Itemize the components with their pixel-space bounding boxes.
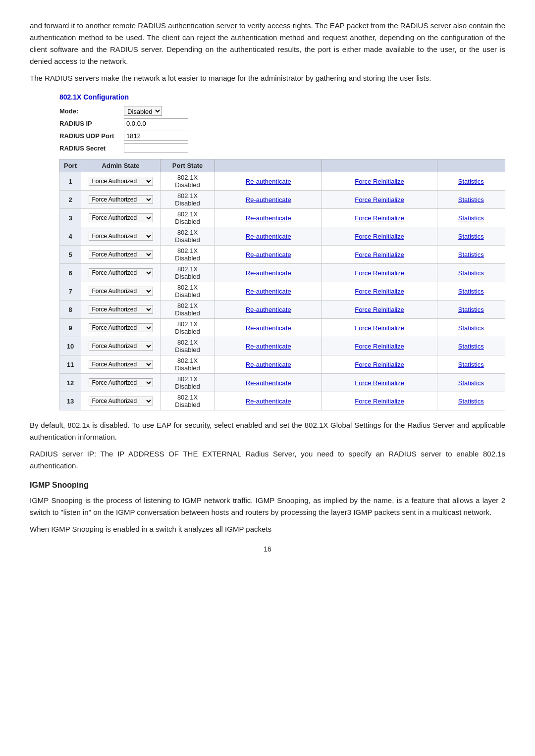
reinitialize-link[interactable]: Force Reinitialize <box>355 178 404 185</box>
statistics-link-cell: Statistics <box>437 191 505 209</box>
statistics-link[interactable]: Statistics <box>458 269 484 277</box>
statistics-link-cell: Statistics <box>437 172 505 191</box>
reinitialize-link-cell: Force Reinitialize <box>322 301 437 319</box>
admin-state-select[interactable]: Force Authorized <box>89 268 153 277</box>
col-header-portstate: Port State <box>160 159 215 172</box>
radius-ip-input[interactable] <box>124 118 188 128</box>
table-row: 9Force Authorized802.1X DisabledRe-authe… <box>60 319 505 337</box>
reauthenticate-link[interactable]: Re-authenticate <box>246 214 291 222</box>
radius-udp-input[interactable] <box>124 131 188 141</box>
table-row: 13Force Authorized802.1X DisabledRe-auth… <box>60 392 505 410</box>
reinitialize-link-cell: Force Reinitialize <box>322 172 437 191</box>
port-state-cell: 802.1X Disabled <box>160 355 215 374</box>
reinitialize-link-cell: Force Reinitialize <box>322 319 437 337</box>
admin-state-cell: Force Authorized <box>81 392 160 410</box>
table-row: 5Force Authorized802.1X DisabledRe-authe… <box>60 246 505 264</box>
statistics-link[interactable]: Statistics <box>458 214 484 222</box>
port-number: 4 <box>60 227 81 246</box>
admin-state-cell: Force Authorized <box>81 191 160 209</box>
admin-state-select[interactable]: Force Authorized <box>89 305 153 314</box>
mode-row: Mode: Disabled Enabled <box>59 106 505 116</box>
port-state-cell: 802.1X Disabled <box>160 246 215 264</box>
table-row: 10Force Authorized802.1X DisabledRe-auth… <box>60 337 505 355</box>
admin-state-select[interactable]: Force Authorized <box>89 177 153 186</box>
igmp-paragraph-1: IGMP Snooping is the process of listenin… <box>30 495 505 518</box>
reauthenticate-link[interactable]: Re-authenticate <box>246 306 291 313</box>
reauthenticate-link[interactable]: Re-authenticate <box>246 343 291 350</box>
reinitialize-link[interactable]: Force Reinitialize <box>355 343 404 350</box>
port-number: 8 <box>60 301 81 319</box>
statistics-link-cell: Statistics <box>437 209 505 227</box>
admin-state-select[interactable]: Force Authorized <box>89 360 153 369</box>
admin-state-select[interactable]: Force Authorized <box>89 378 153 387</box>
reinitialize-link[interactable]: Force Reinitialize <box>355 233 404 240</box>
admin-state-cell: Force Authorized <box>81 337 160 355</box>
reinitialize-link[interactable]: Force Reinitialize <box>355 288 404 295</box>
statistics-link-cell: Statistics <box>437 374 505 392</box>
reauthenticate-link[interactable]: Re-authenticate <box>246 233 291 240</box>
reauthenticate-link[interactable]: Re-authenticate <box>246 379 291 387</box>
reinitialize-link[interactable]: Force Reinitialize <box>355 324 404 332</box>
port-state-cell: 802.1X Disabled <box>160 227 215 246</box>
statistics-link[interactable]: Statistics <box>458 196 484 203</box>
reauthenticate-link[interactable]: Re-authenticate <box>246 178 291 185</box>
statistics-link[interactable]: Statistics <box>458 324 484 332</box>
admin-state-select[interactable]: Force Authorized <box>89 342 153 351</box>
reinitialize-link[interactable]: Force Reinitialize <box>355 269 404 277</box>
config-block: 802.1X Configuration Mode: Disabled Enab… <box>59 93 505 410</box>
radius-secret-input[interactable] <box>124 143 188 153</box>
reauthenticate-link[interactable]: Re-authenticate <box>246 251 291 258</box>
col-header-port: Port <box>60 159 81 172</box>
admin-state-select[interactable]: Force Authorized <box>89 213 153 222</box>
mode-select[interactable]: Disabled Enabled <box>124 106 162 116</box>
admin-state-select[interactable]: Force Authorized <box>89 232 153 241</box>
statistics-link[interactable]: Statistics <box>458 251 484 258</box>
statistics-link[interactable]: Statistics <box>458 178 484 185</box>
statistics-link[interactable]: Statistics <box>458 288 484 295</box>
statistics-link[interactable]: Statistics <box>458 343 484 350</box>
admin-state-cell: Force Authorized <box>81 374 160 392</box>
statistics-link[interactable]: Statistics <box>458 379 484 387</box>
admin-state-select[interactable]: Force Authorized <box>89 287 153 296</box>
reauthenticate-link[interactable]: Re-authenticate <box>246 361 291 368</box>
statistics-link[interactable]: Statistics <box>458 233 484 240</box>
reinitialize-link[interactable]: Force Reinitialize <box>355 398 404 405</box>
reauthenticate-link[interactable]: Re-authenticate <box>246 398 291 405</box>
reinitialize-link[interactable]: Force Reinitialize <box>355 361 404 368</box>
admin-state-select[interactable]: Force Authorized <box>89 195 153 204</box>
reinitialize-link[interactable]: Force Reinitialize <box>355 306 404 313</box>
reauthenticate-link[interactable]: Re-authenticate <box>246 196 291 203</box>
port-table: Port Admin State Port State 1Force Autho… <box>59 159 505 410</box>
page-number: 16 <box>30 545 505 553</box>
reauthenticate-link[interactable]: Re-authenticate <box>246 288 291 295</box>
statistics-link[interactable]: Statistics <box>458 398 484 405</box>
reinitialize-link[interactable]: Force Reinitialize <box>355 379 404 387</box>
col-header-admin: Admin State <box>81 159 160 172</box>
radius-ip-label: RADIUS IP <box>59 120 124 127</box>
port-number: 2 <box>60 191 81 209</box>
port-state-cell: 802.1X Disabled <box>160 264 215 282</box>
reauthenticate-link-cell: Re-authenticate <box>215 227 322 246</box>
reinitialize-link[interactable]: Force Reinitialize <box>355 196 404 203</box>
radius-udp-label: RADIUS UDP Port <box>59 132 124 140</box>
admin-state-cell: Force Authorized <box>81 355 160 374</box>
statistics-link-cell: Statistics <box>437 227 505 246</box>
admin-state-cell: Force Authorized <box>81 227 160 246</box>
reinitialize-link[interactable]: Force Reinitialize <box>355 214 404 222</box>
admin-state-select[interactable]: Force Authorized <box>89 250 153 259</box>
reauthenticate-link[interactable]: Re-authenticate <box>246 269 291 277</box>
admin-state-select[interactable]: Force Authorized <box>89 397 153 405</box>
table-row: 3Force Authorized802.1X DisabledRe-authe… <box>60 209 505 227</box>
table-row: 8Force Authorized802.1X DisabledRe-authe… <box>60 301 505 319</box>
statistics-link[interactable]: Statistics <box>458 361 484 368</box>
admin-state-select[interactable]: Force Authorized <box>89 323 153 332</box>
admin-state-cell: Force Authorized <box>81 246 160 264</box>
port-state-cell: 802.1X Disabled <box>160 282 215 301</box>
reinitialize-link-cell: Force Reinitialize <box>322 374 437 392</box>
statistics-link[interactable]: Statistics <box>458 306 484 313</box>
table-row: 2Force Authorized802.1X DisabledRe-authe… <box>60 191 505 209</box>
admin-state-cell: Force Authorized <box>81 319 160 337</box>
reauthenticate-link[interactable]: Re-authenticate <box>246 324 291 332</box>
reinitialize-link[interactable]: Force Reinitialize <box>355 251 404 258</box>
admin-state-cell: Force Authorized <box>81 209 160 227</box>
